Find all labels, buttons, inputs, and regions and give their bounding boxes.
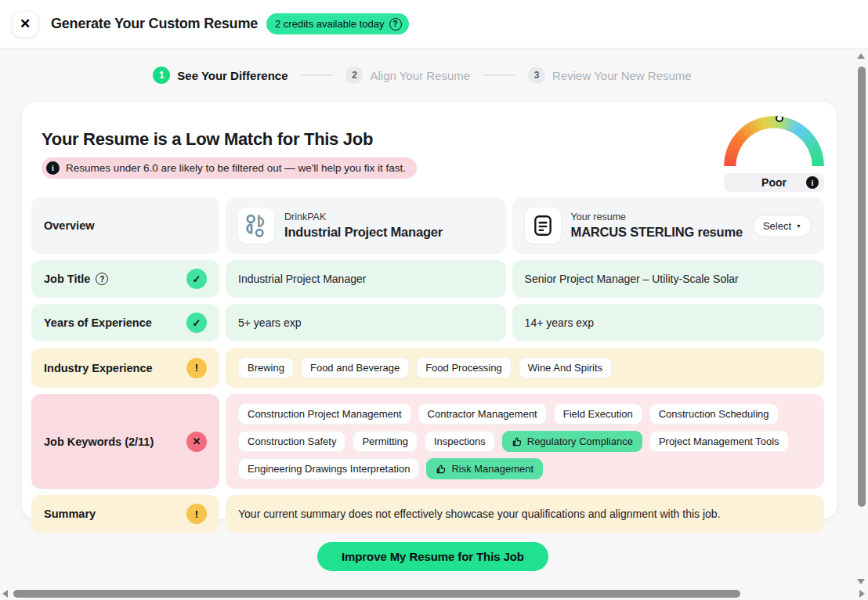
match-score-value: 5.5 [724,138,824,172]
industry-chip-list: BrewingFood and BeverageFood ProcessingW… [238,348,612,388]
vertical-scrollbar-thumb[interactable] [858,67,866,507]
step-2-circle: 2 [345,67,363,84]
job-title-row-label: Job Title [44,273,90,285]
warning-status-icon: ! [186,358,207,378]
improve-resume-button-label: Improve My Resume for This Job [342,550,524,563]
fail-status-icon: ✕ [186,432,207,452]
check-status-icon: ✓ [186,269,207,289]
drinkpak-logo-icon [243,212,269,239]
summary-text: Your current summary does not effectivel… [238,508,721,520]
keyword-chip: Construction Project Management [238,403,411,425]
row-label-job-title: Job Title ? ✓ [31,260,219,298]
match-report-card: Your Resume is a Low Match for This Job … [22,102,837,519]
step-align-your-resume: 2 Align Your Resume [345,67,470,84]
years-resume-text: 14+ years exp [525,316,594,329]
modal-title: Generate Your Custom Resume [51,16,258,32]
comparison-table: Overview DrinkPAK Industrial Project Man… [31,197,824,533]
keywords-chips-cell: Construction Project ManagementContracto… [226,394,824,489]
close-icon: ✕ [20,16,31,32]
scroll-right-arrow-icon[interactable] [859,590,865,598]
industry-chips-cell: BrewingFood and BeverageFood ProcessingW… [226,348,824,388]
keyword-chip: Construction Safety [238,431,345,452]
row-label-keywords: Job Keywords (2/11) ✕ [31,394,219,489]
select-label: Select [763,220,791,232]
horizontal-scrollbar-thumb[interactable] [13,590,740,598]
job-title-text: Industrial Project Manager [284,225,443,240]
step-1-label: See Your Difference [177,69,288,82]
overview-label: Overview [44,219,95,232]
row-label-overview: Overview [31,197,219,254]
keyword-chip: Inspections [425,431,495,452]
resume-name-text: MARCUS STERLING resume [571,225,743,240]
job-title-resume-text: Senior Project Manager – Utility-Scale S… [525,273,739,285]
low-match-banner: i Resumes under 6.0 are likely to be fil… [42,157,417,179]
info-icon: i [46,161,60,175]
years-job-value: 5+ years exp [226,304,506,342]
credits-badge-label: 2 credits available today [275,18,384,30]
step-3-circle: 3 [528,67,545,84]
scroll-down-arrow-icon[interactable] [857,579,865,584]
summary-text-cell: Your current summary does not effectivel… [226,495,824,533]
gauge-arc: 5.5 [724,116,824,166]
step-connector [300,74,333,76]
keyword-chip: Construction Scheduling [649,403,779,425]
close-button[interactable]: ✕ [13,12,38,37]
match-score-gauge: 5.5 Poor i [724,116,824,192]
row-label-summary: Summary ! [31,495,219,533]
gauge-marker-icon [776,114,783,122]
years-job-text: 5+ years exp [238,316,302,329]
company-name: DrinkPAK [284,211,443,222]
match-rating-bar: Poor i [724,173,824,192]
keyword-chip: Contractor Management [418,403,547,425]
improve-resume-button[interactable]: Improve My Resume for This Job [317,542,548,571]
keyword-chip-matched: Risk Management [426,458,543,479]
step-1-circle: 1 [153,67,170,84]
keyword-chip: Permitting [353,431,418,452]
scroll-up-arrow-icon[interactable] [857,53,865,59]
job-title-job-value: Industrial Project Manager [226,260,506,298]
check-status-icon: ✓ [186,313,207,333]
keyword-chip-list: Construction Project ManagementContracto… [238,394,801,489]
thumbs-up-icon [512,436,523,447]
years-row-label: Years of Experience [44,316,152,329]
credits-badge: 2 credits available today ? [266,13,408,34]
industry-row-label: Industry Experience [44,362,153,374]
step-see-your-difference: 1 See Your Difference [153,67,288,84]
warning-status-icon: ! [186,504,207,524]
resume-document-icon [525,208,561,244]
low-match-banner-text: Resumes under 6.0 are likely to be filte… [66,162,406,174]
step-3-label: Review Your New Resume [552,69,692,82]
step-2-label: Align Your Resume [370,69,470,82]
job-overview-cell: DrinkPAK Industrial Project Manager [226,197,506,254]
match-rating-label: Poor [761,176,787,189]
summary-row-label: Summary [44,508,96,520]
keyword-chip: Field Execution [554,403,642,425]
keyword-chip: Food and Beverage [301,357,409,378]
scroll-left-arrow-icon[interactable] [2,590,8,598]
company-logo [238,208,274,244]
keyword-chip: Project Management Tools [649,431,789,452]
keyword-chip: Wine And Spirits [519,357,612,378]
step-indicator: 1 See Your Difference 2 Align Your Resum… [0,67,844,84]
resume-kicker: Your resume [571,211,743,222]
resume-overview-cell: Your resume MARCUS STERLING resume Selec… [512,197,824,254]
step-review-new-resume: 3 Review Your New Resume [528,67,692,84]
select-resume-dropdown[interactable]: Select ▼ [753,215,812,237]
match-title: Your Resume is a Low Match for This Job [42,129,373,150]
credits-help-icon[interactable]: ? [389,18,402,31]
job-title-resume-value: Senior Project Manager – Utility-Scale S… [512,260,824,298]
years-resume-value: 14+ years exp [512,304,824,342]
row-label-industry: Industry Experience ! [31,348,219,388]
caret-down-icon: ▼ [796,223,801,229]
keyword-chip: Engineering Drawings Interpretation [238,458,419,479]
job-title-job-text: Industrial Project Manager [238,273,366,285]
rating-info-icon[interactable]: i [806,176,819,189]
keyword-chip: Food Processing [416,357,512,378]
keywords-row-label: Job Keywords (2/11) [44,436,154,448]
modal-header: ✕ Generate Your Custom Resume 2 credits … [0,0,868,49]
job-title-help-icon[interactable]: ? [96,273,108,285]
keyword-chip-matched: Regulatory Compliance [502,431,642,452]
keyword-chip: Brewing [238,357,294,378]
generate-resume-modal: ✕ Generate Your Custom Resume 2 credits … [0,0,868,600]
thumbs-up-icon [436,464,447,475]
